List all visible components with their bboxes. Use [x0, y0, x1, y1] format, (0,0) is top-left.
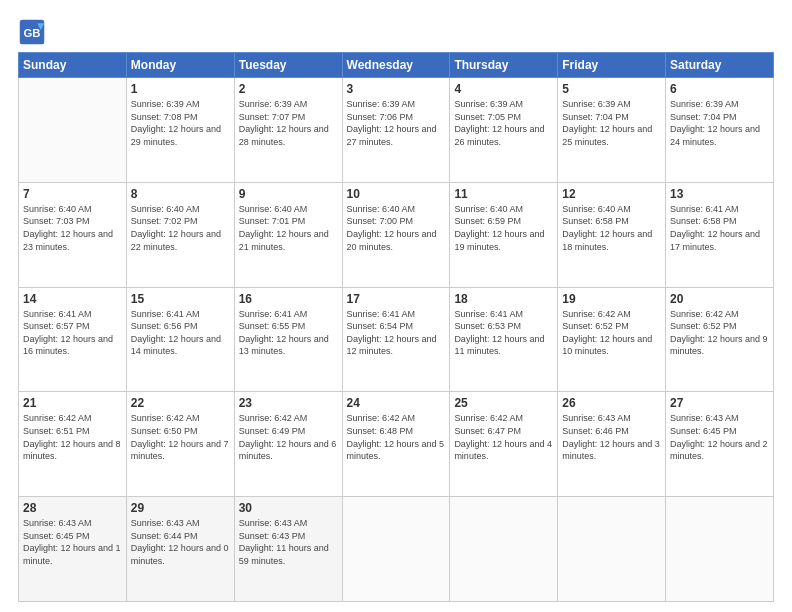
day-info: Sunrise: 6:39 AMSunset: 7:07 PMDaylight:… [239, 98, 338, 148]
day-info: Sunrise: 6:43 AMSunset: 6:46 PMDaylight:… [562, 412, 661, 462]
day-info: Sunrise: 6:42 AMSunset: 6:52 PMDaylight:… [562, 308, 661, 358]
day-number: 26 [562, 396, 661, 410]
day-info: Sunrise: 6:39 AMSunset: 7:04 PMDaylight:… [562, 98, 661, 148]
day-cell: 29Sunrise: 6:43 AMSunset: 6:44 PMDayligh… [126, 497, 234, 602]
day-number: 24 [347, 396, 446, 410]
day-cell: 10Sunrise: 6:40 AMSunset: 7:00 PMDayligh… [342, 182, 450, 287]
day-cell: 16Sunrise: 6:41 AMSunset: 6:55 PMDayligh… [234, 287, 342, 392]
day-info: Sunrise: 6:41 AMSunset: 6:54 PMDaylight:… [347, 308, 446, 358]
page-header: GB [18, 18, 774, 46]
day-number: 7 [23, 187, 122, 201]
day-number: 18 [454, 292, 553, 306]
day-cell: 12Sunrise: 6:40 AMSunset: 6:58 PMDayligh… [558, 182, 666, 287]
day-cell: 30Sunrise: 6:43 AMSunset: 6:43 PMDayligh… [234, 497, 342, 602]
day-number: 11 [454, 187, 553, 201]
day-number: 1 [131, 82, 230, 96]
day-info: Sunrise: 6:43 AMSunset: 6:44 PMDaylight:… [131, 517, 230, 567]
day-info: Sunrise: 6:39 AMSunset: 7:04 PMDaylight:… [670, 98, 769, 148]
day-header-tuesday: Tuesday [234, 53, 342, 78]
week-row-2: 7Sunrise: 6:40 AMSunset: 7:03 PMDaylight… [19, 182, 774, 287]
day-cell: 19Sunrise: 6:42 AMSunset: 6:52 PMDayligh… [558, 287, 666, 392]
day-cell: 9Sunrise: 6:40 AMSunset: 7:01 PMDaylight… [234, 182, 342, 287]
day-number: 13 [670, 187, 769, 201]
calendar-table: SundayMondayTuesdayWednesdayThursdayFrid… [18, 52, 774, 602]
day-number: 12 [562, 187, 661, 201]
day-cell [666, 497, 774, 602]
day-info: Sunrise: 6:41 AMSunset: 6:53 PMDaylight:… [454, 308, 553, 358]
day-cell: 11Sunrise: 6:40 AMSunset: 6:59 PMDayligh… [450, 182, 558, 287]
day-cell: 3Sunrise: 6:39 AMSunset: 7:06 PMDaylight… [342, 78, 450, 183]
day-number: 10 [347, 187, 446, 201]
day-number: 5 [562, 82, 661, 96]
day-number: 21 [23, 396, 122, 410]
day-cell [342, 497, 450, 602]
day-number: 29 [131, 501, 230, 515]
day-cell: 7Sunrise: 6:40 AMSunset: 7:03 PMDaylight… [19, 182, 127, 287]
day-cell: 15Sunrise: 6:41 AMSunset: 6:56 PMDayligh… [126, 287, 234, 392]
day-cell: 22Sunrise: 6:42 AMSunset: 6:50 PMDayligh… [126, 392, 234, 497]
day-number: 14 [23, 292, 122, 306]
day-number: 30 [239, 501, 338, 515]
day-number: 3 [347, 82, 446, 96]
day-header-monday: Monday [126, 53, 234, 78]
day-number: 25 [454, 396, 553, 410]
day-number: 16 [239, 292, 338, 306]
day-info: Sunrise: 6:43 AMSunset: 6:45 PMDaylight:… [23, 517, 122, 567]
day-cell: 26Sunrise: 6:43 AMSunset: 6:46 PMDayligh… [558, 392, 666, 497]
day-info: Sunrise: 6:41 AMSunset: 6:56 PMDaylight:… [131, 308, 230, 358]
day-number: 17 [347, 292, 446, 306]
day-number: 20 [670, 292, 769, 306]
week-row-3: 14Sunrise: 6:41 AMSunset: 6:57 PMDayligh… [19, 287, 774, 392]
day-cell: 25Sunrise: 6:42 AMSunset: 6:47 PMDayligh… [450, 392, 558, 497]
day-cell: 24Sunrise: 6:42 AMSunset: 6:48 PMDayligh… [342, 392, 450, 497]
day-cell: 17Sunrise: 6:41 AMSunset: 6:54 PMDayligh… [342, 287, 450, 392]
day-number: 15 [131, 292, 230, 306]
day-info: Sunrise: 6:42 AMSunset: 6:51 PMDaylight:… [23, 412, 122, 462]
day-header-wednesday: Wednesday [342, 53, 450, 78]
week-row-4: 21Sunrise: 6:42 AMSunset: 6:51 PMDayligh… [19, 392, 774, 497]
day-info: Sunrise: 6:43 AMSunset: 6:43 PMDaylight:… [239, 517, 338, 567]
day-number: 19 [562, 292, 661, 306]
svg-text:GB: GB [23, 27, 40, 39]
day-info: Sunrise: 6:39 AMSunset: 7:05 PMDaylight:… [454, 98, 553, 148]
day-cell: 5Sunrise: 6:39 AMSunset: 7:04 PMDaylight… [558, 78, 666, 183]
day-cell [19, 78, 127, 183]
day-cell: 23Sunrise: 6:42 AMSunset: 6:49 PMDayligh… [234, 392, 342, 497]
day-cell: 2Sunrise: 6:39 AMSunset: 7:07 PMDaylight… [234, 78, 342, 183]
day-header-friday: Friday [558, 53, 666, 78]
day-cell [450, 497, 558, 602]
day-header-sunday: Sunday [19, 53, 127, 78]
day-info: Sunrise: 6:41 AMSunset: 6:55 PMDaylight:… [239, 308, 338, 358]
week-row-1: 1Sunrise: 6:39 AMSunset: 7:08 PMDaylight… [19, 78, 774, 183]
day-cell: 1Sunrise: 6:39 AMSunset: 7:08 PMDaylight… [126, 78, 234, 183]
day-info: Sunrise: 6:41 AMSunset: 6:58 PMDaylight:… [670, 203, 769, 253]
day-number: 22 [131, 396, 230, 410]
calendar-header-row: SundayMondayTuesdayWednesdayThursdayFrid… [19, 53, 774, 78]
day-number: 6 [670, 82, 769, 96]
day-info: Sunrise: 6:40 AMSunset: 6:59 PMDaylight:… [454, 203, 553, 253]
day-cell: 28Sunrise: 6:43 AMSunset: 6:45 PMDayligh… [19, 497, 127, 602]
day-number: 27 [670, 396, 769, 410]
day-number: 8 [131, 187, 230, 201]
day-info: Sunrise: 6:42 AMSunset: 6:52 PMDaylight:… [670, 308, 769, 358]
week-row-5: 28Sunrise: 6:43 AMSunset: 6:45 PMDayligh… [19, 497, 774, 602]
day-info: Sunrise: 6:42 AMSunset: 6:47 PMDaylight:… [454, 412, 553, 462]
day-cell: 18Sunrise: 6:41 AMSunset: 6:53 PMDayligh… [450, 287, 558, 392]
day-cell: 13Sunrise: 6:41 AMSunset: 6:58 PMDayligh… [666, 182, 774, 287]
day-cell [558, 497, 666, 602]
day-number: 4 [454, 82, 553, 96]
day-info: Sunrise: 6:39 AMSunset: 7:08 PMDaylight:… [131, 98, 230, 148]
day-info: Sunrise: 6:42 AMSunset: 6:49 PMDaylight:… [239, 412, 338, 462]
logo: GB [18, 18, 50, 46]
day-cell: 6Sunrise: 6:39 AMSunset: 7:04 PMDaylight… [666, 78, 774, 183]
day-cell: 21Sunrise: 6:42 AMSunset: 6:51 PMDayligh… [19, 392, 127, 497]
logo-icon: GB [18, 18, 46, 46]
day-cell: 8Sunrise: 6:40 AMSunset: 7:02 PMDaylight… [126, 182, 234, 287]
day-info: Sunrise: 6:40 AMSunset: 7:01 PMDaylight:… [239, 203, 338, 253]
day-info: Sunrise: 6:40 AMSunset: 7:00 PMDaylight:… [347, 203, 446, 253]
day-info: Sunrise: 6:40 AMSunset: 6:58 PMDaylight:… [562, 203, 661, 253]
day-header-thursday: Thursday [450, 53, 558, 78]
day-cell: 4Sunrise: 6:39 AMSunset: 7:05 PMDaylight… [450, 78, 558, 183]
day-cell: 14Sunrise: 6:41 AMSunset: 6:57 PMDayligh… [19, 287, 127, 392]
day-info: Sunrise: 6:42 AMSunset: 6:50 PMDaylight:… [131, 412, 230, 462]
